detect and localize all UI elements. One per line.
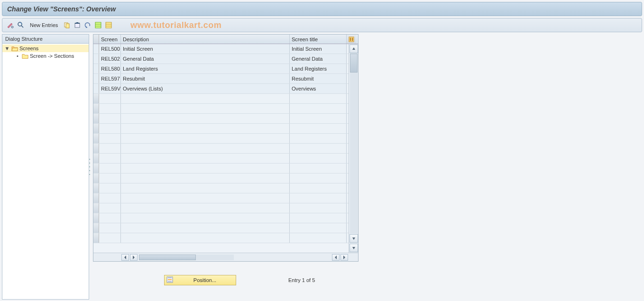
row-selector[interactable] <box>93 144 99 153</box>
row-selector[interactable] <box>93 233 99 243</box>
cell-description[interactable]: Resubmit <box>121 74 290 83</box>
row-selector[interactable] <box>93 124 99 133</box>
scroll-up-icon[interactable] <box>350 45 358 53</box>
row-selector[interactable] <box>93 84 99 93</box>
table-row[interactable] <box>93 94 349 104</box>
table-row[interactable] <box>93 213 349 223</box>
cell-screen[interactable]: REL59V <box>99 84 121 93</box>
cell-screen[interactable]: REL500 <box>99 44 121 54</box>
table-config-button[interactable] <box>347 35 356 44</box>
table-row[interactable] <box>93 203 349 213</box>
cell-description[interactable] <box>121 124 290 133</box>
cell-screen[interactable] <box>99 94 121 103</box>
scroll-down-icon[interactable] <box>350 234 358 243</box>
cell-description[interactable] <box>121 223 290 233</box>
cell-description[interactable] <box>121 203 290 213</box>
row-selector[interactable] <box>93 154 99 163</box>
cell-description[interactable] <box>121 134 290 143</box>
row-selector[interactable] <box>93 213 99 223</box>
cell-screen[interactable]: REL597 <box>99 74 121 83</box>
cell-screen-title[interactable] <box>290 213 347 223</box>
cell-screen[interactable] <box>99 114 121 123</box>
cell-description[interactable] <box>121 94 290 103</box>
cell-screen-title[interactable] <box>290 134 347 143</box>
vertical-scrollbar[interactable] <box>349 44 358 253</box>
cell-description[interactable] <box>121 193 290 203</box>
table-row[interactable] <box>93 164 349 173</box>
row-selector[interactable] <box>93 193 99 203</box>
cell-screen-title[interactable]: Initial Screen <box>290 44 347 54</box>
scroll-track[interactable] <box>350 54 358 234</box>
undo-icon[interactable] <box>83 21 92 29</box>
cell-screen-title[interactable] <box>290 203 347 213</box>
row-selector[interactable] <box>93 54 99 64</box>
cell-screen-title[interactable]: Land Registers <box>290 64 347 73</box>
row-selector[interactable] <box>93 183 99 193</box>
scroll-left-icon[interactable] <box>332 254 340 261</box>
table-row[interactable]: REL580Land RegistersLand Registers <box>93 64 349 74</box>
row-selector[interactable] <box>93 74 99 83</box>
scroll-right-icon[interactable] <box>130 254 138 261</box>
cell-screen-title[interactable] <box>290 183 347 193</box>
cell-description[interactable] <box>121 104 290 113</box>
cell-screen[interactable]: REL502 <box>99 54 121 64</box>
cell-description[interactable] <box>121 144 290 153</box>
cell-screen-title[interactable] <box>290 223 347 233</box>
table-row[interactable] <box>93 183 349 193</box>
horizontal-scrollbar[interactable] <box>93 253 358 261</box>
cell-screen-title[interactable] <box>290 154 347 163</box>
cell-screen[interactable] <box>99 213 121 223</box>
cell-screen[interactable] <box>99 124 121 133</box>
table-row[interactable]: REL597ResubmitResubmit <box>93 74 349 84</box>
find-icon[interactable] <box>17 21 25 29</box>
row-selector[interactable] <box>93 44 99 54</box>
cell-screen[interactable]: REL580 <box>99 64 121 73</box>
row-selector[interactable] <box>93 64 99 73</box>
row-selector[interactable] <box>93 164 99 173</box>
cell-screen-title[interactable]: Overviews <box>290 84 347 93</box>
cell-screen[interactable] <box>99 183 121 193</box>
scroll-thumb[interactable] <box>350 54 358 73</box>
cell-description[interactable]: Initial Screen <box>121 44 290 54</box>
cell-screen-title[interactable] <box>290 193 347 203</box>
row-selector[interactable] <box>93 134 99 143</box>
cell-description[interactable] <box>121 183 290 193</box>
cell-screen-title[interactable] <box>290 94 347 103</box>
cell-screen[interactable] <box>99 233 121 243</box>
table-row[interactable]: REL59VOverviews (Lists)Overviews <box>93 84 349 94</box>
pencil-glasses-icon[interactable] <box>6 21 15 29</box>
table-row[interactable] <box>93 114 349 124</box>
table-row[interactable]: REL500Initial ScreenInitial Screen <box>93 44 349 54</box>
table-row[interactable] <box>93 124 349 134</box>
row-selector[interactable] <box>93 173 99 183</box>
copy-icon[interactable] <box>63 21 71 29</box>
cell-screen-title[interactable] <box>290 124 347 133</box>
cell-description[interactable] <box>121 114 290 123</box>
delete-icon[interactable] <box>73 21 82 29</box>
tree-node-screen-sections[interactable]: • Screen -> Sections <box>2 52 89 60</box>
new-entries-button[interactable]: New Entries <box>27 21 61 29</box>
scroll-right-icon[interactable] <box>340 254 348 261</box>
column-header-description[interactable]: Description <box>121 35 290 44</box>
tree-node-screens[interactable]: ▼ Screens <box>2 45 89 52</box>
table-row[interactable]: REL502General DataGeneral Data <box>93 54 349 64</box>
cell-description[interactable]: Overviews (Lists) <box>121 84 290 93</box>
cell-screen[interactable] <box>99 154 121 163</box>
column-header-screen[interactable]: Screen <box>99 35 121 44</box>
position-button[interactable]: Position... <box>164 275 236 285</box>
row-selector-header[interactable] <box>93 35 99 44</box>
table-row[interactable] <box>93 173 349 183</box>
table-row[interactable] <box>93 144 349 154</box>
cell-screen[interactable] <box>99 134 121 143</box>
row-selector[interactable] <box>93 223 99 233</box>
cell-description[interactable] <box>121 173 290 183</box>
table-row[interactable] <box>93 104 349 114</box>
cell-screen-title[interactable] <box>290 114 347 123</box>
scroll-down-icon[interactable] <box>350 244 358 252</box>
cell-screen[interactable] <box>99 193 121 203</box>
cell-description[interactable] <box>121 154 290 163</box>
collapse-arrow-icon[interactable]: ▼ <box>4 46 10 51</box>
row-selector[interactable] <box>93 114 99 123</box>
cell-screen-title[interactable] <box>290 104 347 113</box>
deselect-all-icon[interactable] <box>104 21 113 29</box>
